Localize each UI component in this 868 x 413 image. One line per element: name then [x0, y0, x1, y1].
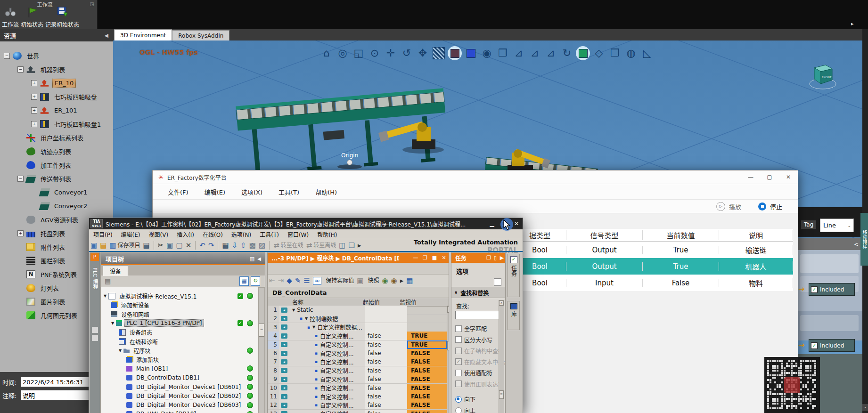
panel-collapse-icon[interactable]: ◀	[257, 256, 261, 261]
column-view-icon[interactable]: ▦	[239, 276, 249, 286]
tia-menu-0[interactable]: 项目(P)	[93, 230, 113, 238]
project-tree-item-0[interactable]: ▼虚拟调试程序-Release_V15.1✓	[101, 292, 264, 300]
task-collapse-icon[interactable]: ▯	[492, 255, 499, 261]
db-monitor-value[interactable]	[407, 314, 447, 323]
db-start-value[interactable]	[365, 323, 407, 332]
lock-icon[interactable]: ▣	[357, 277, 363, 284]
snapshot-button[interactable]: 快照	[366, 278, 379, 283]
line-select[interactable]: Line ⌄	[820, 219, 854, 232]
scroll-down-icon[interactable]: ⌄	[862, 404, 868, 411]
editor-breadcrumb-bar[interactable]: ...-3 PN/DP] ▶ 程序块 ▶ DB_ControlData [DB1…	[268, 253, 449, 263]
monitor-row-1[interactable]: BoolOutputTrue机器人	[514, 258, 793, 275]
db-start-value[interactable]: false	[365, 366, 407, 375]
zoom-icon[interactable]: ⊙	[367, 45, 383, 61]
db-start-value[interactable]: false	[365, 375, 407, 383]
close-button[interactable]: ✕	[779, 174, 798, 180]
db-start-value[interactable]: false	[365, 357, 407, 366]
er-menu-3[interactable]: 工具(T)	[278, 187, 299, 196]
save-project-icon[interactable]: ▥保存项目	[109, 242, 140, 249]
resource-item-5[interactable]: +七巧板四轴吸盘1	[0, 117, 112, 131]
er-menu-1[interactable]: 编辑(E)	[205, 187, 225, 196]
side-tab-library[interactable]: 库	[508, 301, 520, 330]
strip-icon[interactable]	[92, 335, 98, 341]
load-snapshot-icon[interactable]: ◉	[391, 277, 397, 284]
project-tree-item-3[interactable]: ▼PLC_1 [CPU 1516-3 PN/DP]✓	[101, 319, 264, 328]
paste-icon[interactable]: ▢	[176, 242, 183, 249]
project-tree-item-11[interactable]: DB_Digital_Monitor_Device2 [DB602]	[101, 391, 264, 400]
project-tree-item-1[interactable]: 添加新设备	[101, 300, 264, 309]
checkbox-icon[interactable]: ✓	[455, 358, 462, 365]
scroll-up-icon[interactable]: ∧	[499, 300, 504, 306]
tree-expander-icon[interactable]: −	[17, 176, 24, 182]
er-menu-2[interactable]: 选项(X)	[241, 187, 262, 196]
measure-distance-icon[interactable]: ◇	[591, 45, 607, 61]
ribbon-button-1[interactable]: 初始状态	[21, 6, 43, 28]
db-monitor-value[interactable]: FALSE	[407, 366, 447, 375]
resource-item-10[interactable]: Conveyor1	[0, 186, 112, 199]
reset-start-icon[interactable]: ◆	[287, 277, 292, 284]
online-overview-icon[interactable]: ◫	[339, 242, 345, 249]
tree-expander-icon[interactable]: +	[31, 107, 37, 113]
right-panel-card[interactable]	[800, 315, 859, 331]
editor-close-icon[interactable]: ✕	[439, 255, 449, 261]
fit-view-icon[interactable]: ✥	[415, 45, 431, 61]
project-tree-item-13[interactable]: DB_HMI_Data [DB18]	[101, 410, 264, 413]
sort-icon[interactable]: ▤	[105, 277, 111, 285]
db-monitor-value[interactable]: FALSE	[407, 349, 447, 357]
undo-icon[interactable]: ↶	[199, 242, 205, 249]
find-option-2[interactable]: 在子结构中查找	[455, 347, 506, 355]
db-start-value[interactable]: false	[365, 384, 407, 392]
resource-item-2[interactable]: +ER_10	[0, 76, 112, 90]
window-split-icon[interactable]: ❏	[349, 242, 355, 249]
find-option-3[interactable]: ✓在隐藏文本中搜索	[455, 358, 506, 366]
tree-expander-icon[interactable]: +	[31, 94, 37, 100]
table-icon[interactable]: ▦	[406, 277, 413, 284]
tree-expander-icon[interactable]: +	[17, 230, 24, 236]
shaded-style-icon[interactable]	[447, 45, 463, 61]
project-tree-item-5[interactable]: 在线和诊断	[101, 337, 264, 346]
plane-zx-icon[interactable]: ⊿	[543, 45, 559, 61]
cut-icon[interactable]: ✂	[158, 242, 164, 249]
editor-minimize-icon[interactable]: —	[411, 255, 420, 261]
compile-icon[interactable]: ▦	[222, 242, 229, 249]
strip-icon[interactable]	[92, 327, 98, 333]
editor-maximize-icon[interactable]: ■	[430, 255, 439, 261]
project-tree-item-10[interactable]: DB_Digital_Monitor_Device1 [DB601]	[101, 382, 264, 391]
caret-down-icon[interactable]: ▼	[119, 348, 122, 353]
db-monitor-value[interactable]	[407, 306, 447, 314]
db-start-value[interactable]: false	[365, 349, 407, 357]
caret-down-icon[interactable]: ▼	[104, 294, 106, 298]
resource-item-7[interactable]: 轨迹点列表	[0, 145, 112, 158]
db-start-value[interactable]: false	[365, 410, 407, 413]
db-row-11[interactable]: 12◂▪自定义控制...falseFALSE	[268, 401, 447, 410]
insert-row-icon[interactable]: ⇤	[269, 277, 275, 284]
resource-item-9[interactable]: −传送带列表	[0, 172, 112, 186]
append-row-icon[interactable]: ⇥	[278, 277, 284, 284]
monitor-row-0[interactable]: BoolOutputTrue输送链	[514, 242, 793, 258]
editor-float-icon[interactable]: ❐	[420, 255, 430, 261]
er-title-bar[interactable]: ✳ ER_Factory数字化平台 — ▢ ✕	[153, 170, 798, 184]
db-monitor-value[interactable]: TRUE	[407, 332, 447, 340]
view-eye-icon[interactable]: ◎	[335, 45, 351, 61]
db-row-0[interactable]: 1◂▼Static	[268, 306, 447, 315]
db-start-value[interactable]: false	[365, 392, 407, 401]
project-tree-item-4[interactable]: 设备组态	[101, 328, 264, 337]
collapse-resource-panel-icon[interactable]: ◀	[105, 32, 108, 39]
go-offline-icon[interactable]: ⇄转至离线	[306, 242, 336, 249]
wireframe-box-icon[interactable]	[463, 45, 479, 61]
zoom-window-icon[interactable]: ◱	[351, 45, 367, 61]
monitor-row-2[interactable]: BoolInputFalse物料	[514, 275, 793, 291]
keep-values-button[interactable]: 保持实际值	[324, 278, 354, 283]
update-start-icon[interactable]: ✎	[295, 277, 301, 284]
checkbox-icon[interactable]	[455, 325, 462, 332]
resource-item-11[interactable]: Conveyor2	[0, 199, 112, 213]
resource-item-6[interactable]: 用户坐标系列表	[0, 131, 112, 145]
project-tree-item-9[interactable]: DB_ControlData [DB1]	[101, 373, 264, 382]
tia-menu-2[interactable]: 视图(V)	[149, 230, 169, 238]
project-tree-item-6[interactable]: ▼程序块	[101, 346, 264, 355]
checkbox-icon[interactable]	[455, 381, 462, 387]
print-icon[interactable]: ▤	[143, 242, 150, 249]
find-option-4[interactable]: 使用通配符	[455, 369, 506, 377]
redo-icon[interactable]: ↷	[208, 242, 214, 249]
rotate-axis-icon[interactable]: ↻	[559, 45, 575, 61]
